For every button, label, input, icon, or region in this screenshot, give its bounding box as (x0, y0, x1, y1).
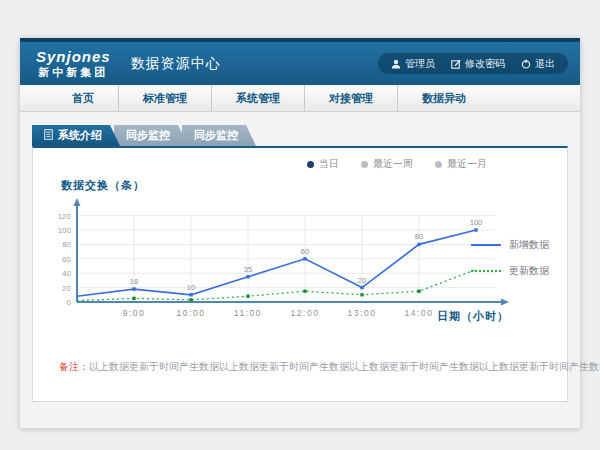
logout-button[interactable]: 退出 (521, 57, 555, 71)
legend-new-data-label: 新增数据 (509, 238, 549, 252)
series-legend: 新增数据 更新数据 (471, 238, 549, 278)
logout-label: 退出 (535, 57, 555, 71)
svg-text:13:00: 13:00 (348, 308, 377, 318)
tab-system-intro[interactable]: 系统介绍 (32, 125, 120, 146)
svg-text:20: 20 (358, 276, 366, 285)
legend-updated-data-label: 更新数据 (509, 264, 549, 278)
footnote: 备注：以上数据更新于时间产生数据以上数据更新于时间产生数据以上数据更新于时间产生… (59, 360, 600, 374)
edit-icon (451, 59, 461, 69)
svg-text:60: 60 (62, 255, 71, 264)
range-option-last-week-label: 最近一周 (373, 157, 413, 171)
footnote-text: 以上数据更新于时间产生数据以上数据更新于时间产生数据以上数据更新于时间产生数据以… (89, 361, 600, 372)
admin-user-label: 管理员 (405, 57, 435, 71)
svg-text:12:00: 12:00 (291, 308, 320, 318)
user-icon (391, 59, 401, 69)
svg-text:10:00: 10:00 (177, 308, 206, 318)
range-option-last-month[interactable]: 最近一月 (435, 157, 487, 171)
app-header: Synjones 新中新集团 数据资源中心 管理员 修改密码 退出 (20, 42, 580, 85)
page-title: 数据资源中心 (131, 55, 221, 73)
legend-updated-data: 更新数据 (471, 264, 549, 278)
range-option-today[interactable]: 当日 (307, 157, 339, 171)
tab-sync-monitor-2-label: 同步监控 (194, 128, 238, 143)
svg-text:10: 10 (187, 283, 195, 292)
tab-system-intro-label: 系统介绍 (58, 128, 102, 143)
svg-text:100: 100 (58, 226, 72, 235)
document-icon (44, 129, 53, 142)
power-icon (521, 59, 531, 69)
dotted-line-icon (471, 270, 501, 272)
svg-text:35: 35 (244, 265, 252, 274)
nav-item-interface-mgmt[interactable]: 对接管理 (304, 85, 397, 111)
svg-text:40: 40 (62, 269, 71, 278)
radio-unselected-icon (361, 161, 368, 168)
nav-item-standard-mgmt[interactable]: 标准管理 (118, 85, 211, 111)
footnote-label: 备注： (59, 361, 89, 372)
user-menu: 管理员 修改密码 退出 (378, 53, 568, 74)
nav-item-home[interactable]: 首页 (48, 85, 118, 111)
range-option-last-month-label: 最近一月 (447, 157, 487, 171)
tab-sync-monitor-1[interactable]: 同步监控 (114, 125, 188, 146)
y-axis-title: 数据交换（条） (61, 178, 145, 193)
svg-text:9:00: 9:00 (123, 308, 146, 318)
brand-logo-subtext: 新中新集团 (36, 67, 111, 78)
time-range-selector: 当日 最近一周 最近一月 (307, 157, 487, 171)
main-nav: 首页 标准管理 系统管理 对接管理 数据异动 (20, 85, 580, 112)
nav-item-system-mgmt[interactable]: 系统管理 (211, 85, 304, 111)
svg-text:日期（小时）: 日期（小时） (437, 310, 509, 323)
tab-sync-monitor-1-label: 同步监控 (126, 128, 170, 143)
svg-text:20: 20 (62, 284, 71, 293)
legend-new-data: 新增数据 (471, 238, 549, 252)
nav-item-data-change[interactable]: 数据异动 (397, 85, 490, 111)
brand-logo-text: Synjones (36, 49, 111, 64)
app-window: Synjones 新中新集团 数据资源中心 管理员 修改密码 退出 (20, 38, 580, 428)
svg-text:11:00: 11:00 (234, 308, 262, 318)
svg-text:120: 120 (58, 212, 72, 221)
change-password-button[interactable]: 修改密码 (451, 57, 505, 71)
svg-text:80: 80 (62, 240, 71, 249)
tab-bar: 系统介绍 同步监控 同步监控 (32, 125, 250, 146)
radio-selected-icon (307, 161, 314, 168)
brand-logo: Synjones 新中新集团 (36, 49, 111, 78)
radio-unselected-icon (435, 161, 442, 168)
tab-sync-monitor-2[interactable]: 同步监控 (182, 125, 256, 146)
svg-text:60: 60 (301, 247, 309, 256)
admin-user-button[interactable]: 管理员 (391, 57, 435, 71)
change-password-label: 修改密码 (465, 57, 505, 71)
svg-text:0: 0 (67, 298, 72, 307)
svg-text:18: 18 (130, 277, 138, 286)
svg-text:14:00: 14:00 (405, 308, 434, 318)
solid-line-icon (471, 244, 501, 246)
range-option-last-week[interactable]: 最近一周 (361, 157, 413, 171)
svg-text:80: 80 (415, 232, 423, 241)
chart-panel: 当日 最近一周 最近一月 数据交换（条） 0204060801001209:00… (32, 146, 568, 402)
content-area: 系统介绍 同步监控 同步监控 当日 最近一周 (20, 112, 580, 427)
svg-text:100: 100 (470, 218, 483, 227)
range-option-today-label: 当日 (319, 157, 339, 171)
